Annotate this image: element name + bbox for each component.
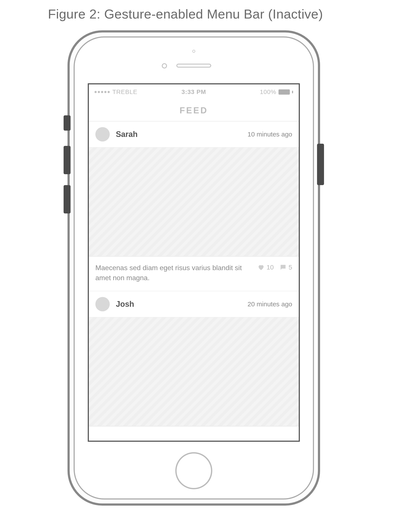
battery-cap-icon [292,91,293,93]
power-button[interactable] [317,144,324,185]
figure-caption: Figure 2: Gesture-enabled Menu Bar (Inac… [48,6,400,22]
volume-down-button[interactable] [64,185,71,214]
avatar[interactable] [95,297,110,311]
post-timeago: 10 minutes ago [248,131,292,138]
volume-up-button[interactable] [64,146,71,174]
post-author[interactable]: Josh [116,300,248,309]
post-header[interactable]: Josh 20 minutes ago [89,291,299,317]
nav-title: FEED [89,100,299,121]
like-button[interactable]: 10 [257,264,274,271]
home-button[interactable] [175,452,212,489]
post-caption: Maecenas sed diam eget risus varius blan… [95,263,251,283]
signal-dots-icon [94,91,110,93]
comments-button[interactable]: 5 [279,264,292,271]
status-time: 3:33 PM [161,89,227,95]
phone-frame: TREBLE 3:33 PM 100% FEED [68,30,320,506]
post-engagement: 10 5 [257,263,292,271]
heart-icon [257,264,265,271]
mute-switch[interactable] [64,115,71,131]
sensor-icon [162,63,167,69]
avatar[interactable] [95,127,110,141]
post-caption-row: Maecenas sed diam eget risus varius blan… [89,257,299,291]
status-bar: TREBLE 3:33 PM 100% [89,84,299,100]
comment-icon [279,264,287,271]
screen: TREBLE 3:33 PM 100% FEED [88,83,300,442]
feed-list[interactable]: Sarah 10 minutes ago Maecenas sed diam e… [89,121,299,426]
earpiece-icon [176,64,211,68]
phone-inner-bezel: TREBLE 3:33 PM 100% FEED [74,36,314,500]
post-image[interactable] [89,148,299,257]
post-timeago: 20 minutes ago [248,300,292,308]
like-count: 10 [266,264,274,271]
camera-icon [192,50,195,53]
post-author[interactable]: Sarah [116,130,248,139]
comments-count: 5 [289,264,292,271]
battery-icon [278,89,290,95]
carrier-label: TREBLE [112,89,137,95]
post-image[interactable] [89,317,299,426]
post-header[interactable]: Sarah 10 minutes ago [89,121,299,148]
battery-percent-label: 100% [260,89,276,95]
